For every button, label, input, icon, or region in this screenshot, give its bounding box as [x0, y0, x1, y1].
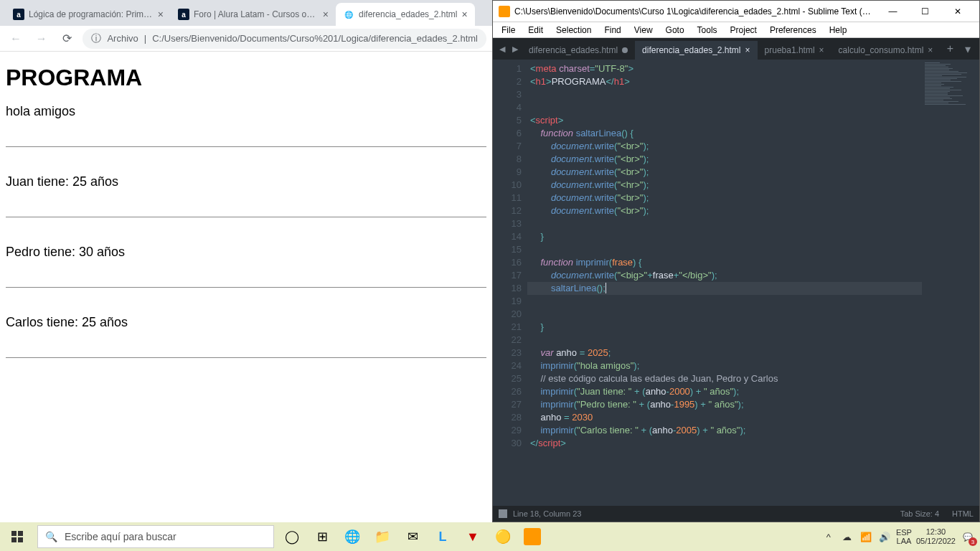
dirty-indicator-icon: [622, 47, 628, 53]
chrome-tab-0[interactable]: a Lógica de programación: Primero ×: [6, 3, 171, 26]
menu-selection[interactable]: Selection: [550, 24, 597, 37]
language-indicator[interactable]: ESPLAA: [896, 528, 912, 545]
back-button[interactable]: ←: [6, 29, 26, 49]
search-icon: 🔍: [45, 531, 57, 542]
clock[interactable]: 12:3005/12/2022: [916, 527, 956, 546]
status-panel-icon[interactable]: [499, 509, 507, 518]
address-path: C:/Users/Bienvenido/Documents/Curso%201/…: [152, 33, 478, 44]
editor-tab-label: diferencia_edades.html: [529, 45, 618, 55]
chrome-tab-title: diferencia_edades_2.html: [359, 9, 457, 19]
page-line-1: Juan tiene: 25 años: [6, 174, 486, 189]
editor-tab-3[interactable]: calculo_consumo.html ×: [831, 41, 941, 60]
line-gutter[interactable]: 1234567891011121314151617181920212223242…: [493, 60, 527, 506]
sublime-window: C:\Users\Bienvenido\Documents\Curso 1\Lo…: [492, 0, 980, 522]
notification-badge: 3: [969, 537, 977, 546]
editor-tab-0[interactable]: diferencia_edades.html: [522, 41, 635, 60]
tab-dropdown-icon[interactable]: ▾: [959, 42, 976, 56]
maximize-button[interactable]: ☐: [909, 1, 941, 22]
chrome-tab-1[interactable]: a Foro | Alura Latam - Cursos onlin ×: [171, 3, 336, 26]
editor-tab-label: prueba1.html: [765, 45, 815, 55]
minimap[interactable]: [922, 60, 979, 506]
menu-edit[interactable]: Edit: [522, 24, 549, 37]
taskbar-app-l[interactable]: L: [428, 522, 458, 551]
address-bar[interactable]: ⓘ Archivo | C:/Users/Bienvenido/Document…: [83, 29, 486, 49]
svg-rect-0: [11, 531, 17, 536]
menu-file[interactable]: File: [496, 24, 521, 37]
close-icon[interactable]: ×: [461, 9, 467, 20]
page-content: PROGRAMA hola amigos Juan tiene: 25 años…: [0, 52, 492, 522]
menu-preferences[interactable]: Preferences: [764, 24, 822, 37]
editor-body: 1234567891011121314151617181920212223242…: [493, 60, 979, 506]
reload-button[interactable]: ⟳: [57, 29, 77, 49]
chrome-toolbar: ← → ⟳ ⓘ Archivo | C:/Users/Bienvenido/Do…: [0, 26, 492, 52]
menu-tools[interactable]: Tools: [692, 24, 723, 37]
close-button[interactable]: ✕: [941, 1, 974, 22]
taskbar-app-sublime[interactable]: [524, 528, 541, 545]
cursor-position: Line 18, Column 23: [513, 509, 581, 518]
tray-chevron-icon[interactable]: ^: [821, 532, 836, 542]
page-line-2: Pedro tiene: 30 años: [6, 245, 486, 260]
new-tab-button[interactable]: +: [941, 42, 959, 55]
sublime-titlebar[interactable]: C:\Users\Bienvenido\Documents\Curso 1\Lo…: [493, 1, 979, 22]
editor-tab-1[interactable]: diferencia_edades_2.html ×: [635, 41, 757, 60]
taskbar-app-mail[interactable]: ✉: [397, 522, 428, 551]
sublime-window-title: C:\Users\Bienvenido\Documents\Curso 1\Lo…: [514, 6, 877, 17]
tab-size-indicator[interactable]: Tab Size: 4: [900, 509, 939, 518]
menu-goto[interactable]: Goto: [660, 24, 690, 37]
sublime-status-bar: Line 18, Column 23 Tab Size: 4 HTML: [493, 506, 979, 522]
cortana-icon[interactable]: ◯: [277, 522, 307, 551]
start-button[interactable]: [0, 522, 34, 551]
svg-rect-2: [11, 537, 17, 542]
taskbar-search[interactable]: 🔍 Escribe aquí para buscar: [37, 525, 274, 548]
window-controls: — ☐ ✕: [877, 1, 974, 22]
close-icon[interactable]: ×: [745, 45, 750, 55]
close-icon[interactable]: ×: [323, 9, 329, 20]
taskbar-app-chrome[interactable]: 🟡: [488, 522, 518, 551]
forward-button[interactable]: →: [32, 29, 52, 49]
menu-view[interactable]: View: [628, 24, 659, 37]
sublime-app-icon: [499, 6, 510, 17]
chrome-tab-title: Foro | Alura Latam - Cursos onlin: [194, 9, 319, 19]
tray-onedrive-icon[interactable]: ☁: [840, 532, 854, 542]
chrome-tab-strip: a Lógica de programación: Primero × a Fo…: [0, 0, 492, 26]
favicon-alura-icon: a: [13, 9, 24, 20]
sublime-menu-bar: File Edit Selection Find View Goto Tools…: [493, 22, 979, 38]
windows-logo-icon: [11, 531, 23, 542]
svg-rect-3: [18, 537, 23, 542]
minimize-button[interactable]: —: [877, 1, 909, 22]
tray-volume-icon[interactable]: 🔊: [877, 532, 892, 542]
menu-project[interactable]: Project: [725, 24, 763, 37]
favicon-globe-icon: 🌐: [343, 9, 354, 20]
tab-scroll-right[interactable]: ▶: [509, 44, 522, 54]
close-icon[interactable]: ×: [158, 9, 164, 20]
windows-taskbar: 🔍 Escribe aquí para buscar ◯ ⊞ 🌐 📁 ✉ L ▼…: [0, 522, 980, 551]
favicon-alura-icon: a: [178, 9, 189, 20]
close-icon[interactable]: ×: [819, 45, 824, 55]
chrome-window: a Lógica de programación: Primero × a Fo…: [0, 0, 492, 522]
chrome-tab-title: Lógica de programación: Primero: [29, 9, 154, 19]
editor-tab-label: calculo_consumo.html: [839, 45, 924, 55]
taskbar-app-edge[interactable]: 🌐: [337, 522, 367, 551]
chrome-tab-2[interactable]: 🌐 diferencia_edades_2.html ×: [336, 3, 475, 26]
editor-tab-label: diferencia_edades_2.html: [642, 45, 740, 55]
site-info-icon[interactable]: ⓘ: [91, 32, 101, 45]
page-line-0: hola amigos: [6, 104, 486, 119]
address-scheme: Archivo: [107, 33, 138, 44]
code-editor[interactable]: <meta charset="UTF-8"><h1>PROGRAMA</h1><…: [527, 60, 922, 506]
tab-scroll-left[interactable]: ◀: [496, 44, 509, 54]
editor-tab-2[interactable]: prueba1.html ×: [758, 41, 831, 60]
menu-find[interactable]: Find: [598, 24, 626, 37]
tray-wifi-icon[interactable]: 📶: [859, 532, 873, 542]
svg-rect-1: [18, 531, 23, 536]
sublime-tab-bar: ◀ ▶ diferencia_edades.html diferencia_ed…: [493, 38, 979, 60]
search-placeholder: Escribe aquí para buscar: [65, 531, 176, 542]
menu-help[interactable]: Help: [824, 24, 853, 37]
page-line-3: Carlos tiene: 25 años: [6, 315, 486, 330]
taskbar-app-mcafee[interactable]: ▼: [458, 522, 488, 551]
task-view-icon[interactable]: ⊞: [307, 522, 337, 551]
page-heading: PROGRAMA: [6, 65, 486, 91]
notification-center-icon[interactable]: 💬3: [960, 529, 976, 545]
syntax-indicator[interactable]: HTML: [952, 509, 974, 518]
taskbar-app-explorer[interactable]: 📁: [367, 522, 397, 551]
close-icon[interactable]: ×: [928, 45, 933, 55]
